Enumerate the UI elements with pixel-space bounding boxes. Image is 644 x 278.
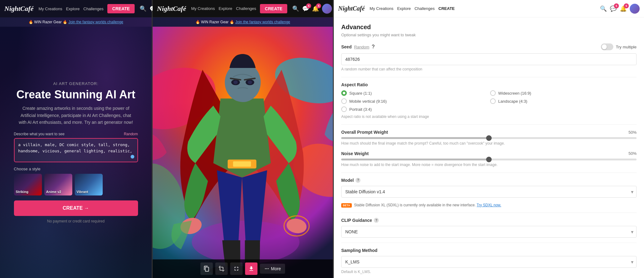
hero-description-1: Create amazing artworks in seconds using…	[17, 105, 135, 126]
prompt-dot-1	[131, 155, 134, 159]
radio-landscape[interactable]: Landscape (4:3)	[490, 98, 637, 104]
seed-input[interactable]	[341, 53, 637, 65]
prompt-box-1[interactable]: a villain, male, DC comic style, tall, s…	[14, 138, 138, 162]
create-label-3[interactable]: CREATE	[438, 6, 454, 11]
style-card-anime[interactable]: Anime v2	[44, 174, 72, 195]
sampling-method-section: Sampling Method K_LMS DDIM PLMS ▾ Defaul…	[341, 248, 637, 274]
avatar-2[interactable]	[322, 4, 332, 14]
promo-link-2[interactable]: Join the fantasy worlds challenge	[235, 20, 290, 24]
clip-info-icon[interactable]: ?	[374, 218, 379, 223]
avatar-3[interactable]	[630, 4, 640, 14]
radio-widescreen[interactable]: Widescreen (16:9)	[490, 90, 637, 96]
navbar-3: NightCafé My Creations Explore Challenge…	[334, 0, 644, 17]
aspect-hint: Aspect ratio is not available when using…	[341, 114, 637, 119]
noise-weight-value: 50%	[628, 151, 637, 156]
promo-emoji2-1: 🔥	[63, 20, 67, 24]
style-card-striking[interactable]: Striking	[14, 174, 42, 195]
model-section: Model ? Stable Diffusion v1.4 Stable Dif…	[341, 178, 637, 198]
clip-select[interactable]: NONE Weak Medium Strong	[341, 226, 637, 238]
nav-icons-2: 🔍 💬 5 🔔 5	[292, 4, 332, 14]
try-multiple-toggle[interactable]	[601, 43, 613, 50]
download-button[interactable]	[245, 262, 257, 275]
promo-bar-1: 🔥 WIN Razer Gear 🔥 Join the fantasy worl…	[0, 17, 152, 27]
svg-rect-8	[233, 161, 251, 167]
divider-2	[341, 124, 637, 125]
nav-links-1: My Creations Explore Challenges CREATE	[38, 4, 135, 13]
random-label-1[interactable]: Random	[124, 132, 138, 136]
bell-badge-3: 5	[624, 3, 629, 8]
search-icon-3[interactable]: 🔍	[600, 5, 607, 12]
radio-mobile[interactable]: Mobile vertical (9:16)	[341, 98, 488, 104]
expand-button[interactable]	[230, 262, 243, 275]
create-button-1[interactable]: CREATE	[107, 4, 135, 13]
svg-point-19	[265, 268, 266, 269]
create-button-2[interactable]: CREATE	[260, 4, 288, 13]
create-main-button-1[interactable]: CREATE →	[14, 200, 138, 216]
hero-area-1: AI ART GENERATOR: Create Stunning AI Art…	[0, 27, 152, 278]
prompt-weight-hint: How much should the final image match th…	[341, 141, 637, 146]
search-icon-1[interactable]: 🔍	[140, 5, 146, 12]
nav-my-creations-1[interactable]: My Creations	[38, 7, 62, 11]
promo-emoji2-2: 🔥	[230, 20, 234, 24]
promo-link-1[interactable]: Join the fantasy worlds challenge	[68, 20, 123, 24]
messages-icon-3[interactable]: 💬 5	[610, 5, 617, 12]
toggle-knob	[602, 44, 607, 49]
bell-badge-2: 5	[316, 3, 321, 8]
radio-circle-mobile	[341, 98, 347, 104]
seed-random[interactable]: Random	[354, 45, 369, 49]
hero-content-1: AI ART GENERATOR: Create Stunning AI Art…	[6, 81, 145, 224]
search-icon-2[interactable]: 🔍	[292, 5, 299, 12]
no-payment-label-1: No payment or credit card required	[14, 219, 138, 223]
bell-icon-2[interactable]: 🔔 5	[312, 5, 319, 12]
model-info-icon[interactable]: ?	[356, 178, 360, 183]
nav-explore-2[interactable]: Explore	[219, 6, 232, 11]
sampling-select[interactable]: K_LMS DDIM PLMS	[341, 256, 637, 268]
navbar-2: NightCafé My Creations Explore Challenge…	[153, 0, 333, 17]
noise-weight-hint: How much noise to add to the start image…	[341, 162, 637, 168]
seed-info-icon[interactable]: ?	[372, 44, 375, 50]
promo-bar-2: 🔥 WIN Razer Gear 🔥 Join the fantasy worl…	[153, 17, 333, 27]
more-label: More	[271, 266, 281, 271]
nav-challenges-3[interactable]: Challenges	[414, 6, 435, 11]
radio-label-landscape: Landscape (4:3)	[498, 99, 527, 104]
sampling-select-wrapper: K_LMS DDIM PLMS ▾	[341, 256, 637, 268]
try-multiple-group: Try multiple	[601, 43, 637, 50]
nav-icons-3: 🔍 💬 5 🔔 5	[600, 4, 640, 14]
radio-square[interactable]: Square (1:1)	[341, 90, 488, 96]
nav-explore-3[interactable]: Explore	[397, 6, 411, 11]
radio-label-mobile: Mobile vertical (9:16)	[349, 99, 387, 104]
messages-badge-2: 5	[306, 3, 311, 8]
nav-my-creations-3[interactable]: My Creations	[370, 6, 394, 11]
nav-my-creations-2[interactable]: My Creations	[191, 6, 215, 11]
divider-3	[341, 173, 637, 173]
promo-text-1: WIN Razer Gear	[34, 20, 62, 24]
nav-explore-1[interactable]: Explore	[66, 7, 80, 11]
style-card-vibrant[interactable]: Vibrant	[75, 174, 103, 195]
radio-circle-landscape	[490, 98, 496, 104]
model-select[interactable]: Stable Diffusion v1.4 Stable Diffusion v…	[341, 186, 637, 198]
bell-icon-3[interactable]: 🔔 5	[620, 5, 627, 12]
copy-button[interactable]	[200, 262, 213, 275]
nav-challenges-1[interactable]: Challenges	[83, 7, 104, 11]
clip-select-wrapper: NONE Weak Medium Strong ▾	[341, 226, 637, 238]
navbar-1: NightCafé My Creations Explore Challenge…	[0, 0, 152, 17]
prompt-weight-header: Overall Prompt Weight 50%	[341, 130, 637, 135]
crop-button[interactable]	[215, 262, 228, 275]
prompt-weight-track[interactable]	[341, 137, 637, 139]
noise-weight-track[interactable]	[341, 159, 637, 160]
sampling-hint: Default is K_LMS.	[341, 270, 637, 274]
nav-challenges-2[interactable]: Challenges	[236, 6, 256, 11]
more-button[interactable]: More	[260, 264, 285, 274]
radio-circle-square	[341, 90, 347, 96]
prompt-weight-value: 50%	[628, 130, 637, 135]
messages-icon-2[interactable]: 💬 5	[302, 5, 309, 12]
prompt-weight-thumb[interactable]	[486, 135, 492, 141]
beta-link[interactable]: Try SDXL now.	[477, 203, 501, 207]
prompt-input-1[interactable]: a villain, male, DC comic style, tall, s…	[18, 142, 134, 157]
prompt-label-row-1: Describe what you want to see Random	[14, 132, 138, 136]
sampling-label-row: Sampling Method	[341, 248, 637, 253]
beta-badge: BETA	[341, 203, 352, 208]
radio-portrait[interactable]: Portrait (3:4)	[341, 106, 488, 112]
noise-weight-thumb[interactable]	[486, 157, 492, 162]
noise-weight-fill	[341, 159, 489, 160]
